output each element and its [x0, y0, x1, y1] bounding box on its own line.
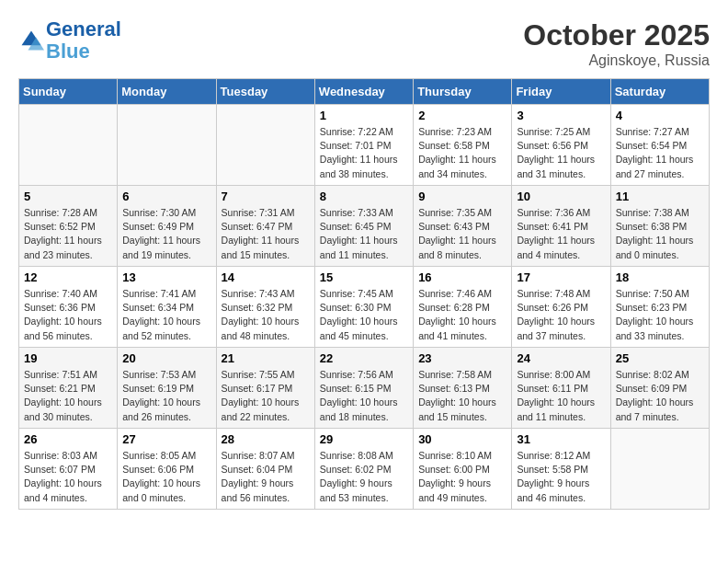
day-info: Sunrise: 8:00 AM Sunset: 6:11 PM Dayligh…	[517, 368, 605, 424]
day-info: Sunrise: 7:36 AM Sunset: 6:41 PM Dayligh…	[517, 206, 605, 262]
day-number: 23	[418, 351, 506, 365]
day-info: Sunrise: 7:28 AM Sunset: 6:52 PM Dayligh…	[24, 206, 112, 262]
calendar-cell: 13Sunrise: 7:41 AM Sunset: 6:34 PM Dayli…	[118, 267, 216, 348]
day-number: 29	[320, 432, 408, 446]
day-info: Sunrise: 8:10 AM Sunset: 6:00 PM Dayligh…	[418, 449, 506, 505]
calendar-cell: 21Sunrise: 7:55 AM Sunset: 6:17 PM Dayli…	[216, 348, 314, 429]
calendar-cell: 23Sunrise: 7:58 AM Sunset: 6:13 PM Dayli…	[414, 348, 512, 429]
calendar-cell: 17Sunrise: 7:48 AM Sunset: 6:26 PM Dayli…	[512, 267, 610, 348]
day-info: Sunrise: 7:27 AM Sunset: 6:54 PM Dayligh…	[616, 125, 704, 181]
day-number: 30	[418, 432, 506, 446]
day-number: 9	[418, 190, 506, 203]
weekday-header-saturday: Saturday	[610, 79, 709, 105]
day-number: 7	[222, 190, 310, 203]
weekday-header-thursday: Thursday	[414, 79, 512, 105]
calendar-cell	[216, 105, 314, 186]
day-number: 15	[320, 270, 408, 284]
day-number: 19	[24, 351, 112, 365]
week-row-2: 5Sunrise: 7:28 AM Sunset: 6:52 PM Daylig…	[19, 186, 710, 267]
weekday-header-row: SundayMondayTuesdayWednesdayThursdayFrid…	[19, 79, 710, 105]
day-number: 31	[517, 432, 605, 446]
day-number: 1	[320, 109, 408, 122]
day-info: Sunrise: 7:30 AM Sunset: 6:49 PM Dayligh…	[122, 206, 210, 262]
calendar-cell: 6Sunrise: 7:30 AM Sunset: 6:49 PM Daylig…	[118, 186, 216, 267]
calendar-cell	[19, 105, 118, 186]
day-info: Sunrise: 7:41 AM Sunset: 6:34 PM Dayligh…	[122, 287, 210, 343]
day-info: Sunrise: 7:53 AM Sunset: 6:19 PM Dayligh…	[122, 368, 210, 424]
calendar-cell: 2Sunrise: 7:23 AM Sunset: 6:58 PM Daylig…	[414, 105, 512, 186]
weekday-header-friday: Friday	[512, 79, 610, 105]
day-number: 28	[222, 432, 310, 446]
day-number: 4	[616, 109, 704, 122]
day-number: 26	[24, 432, 112, 446]
day-info: Sunrise: 8:12 AM Sunset: 5:58 PM Dayligh…	[517, 449, 605, 505]
day-info: Sunrise: 8:07 AM Sunset: 6:04 PM Dayligh…	[222, 449, 310, 505]
calendar-cell	[118, 105, 216, 186]
day-info: Sunrise: 8:02 AM Sunset: 6:09 PM Dayligh…	[616, 368, 704, 424]
calendar-cell: 7Sunrise: 7:31 AM Sunset: 6:47 PM Daylig…	[216, 186, 314, 267]
day-info: Sunrise: 7:22 AM Sunset: 7:01 PM Dayligh…	[320, 125, 408, 181]
day-number: 18	[616, 270, 704, 284]
calendar-cell: 8Sunrise: 7:33 AM Sunset: 6:45 PM Daylig…	[314, 186, 413, 267]
calendar-cell: 24Sunrise: 8:00 AM Sunset: 6:11 PM Dayli…	[512, 348, 610, 429]
day-info: Sunrise: 7:33 AM Sunset: 6:45 PM Dayligh…	[320, 206, 408, 262]
day-info: Sunrise: 7:50 AM Sunset: 6:23 PM Dayligh…	[616, 287, 704, 343]
month-title: October 2025	[523, 18, 710, 52]
calendar-cell: 19Sunrise: 7:51 AM Sunset: 6:21 PM Dayli…	[19, 348, 118, 429]
calendar-cell: 4Sunrise: 7:27 AM Sunset: 6:54 PM Daylig…	[610, 105, 709, 186]
calendar-cell: 22Sunrise: 7:56 AM Sunset: 6:15 PM Dayli…	[314, 348, 413, 429]
day-info: Sunrise: 8:03 AM Sunset: 6:07 PM Dayligh…	[24, 449, 112, 505]
calendar-cell: 31Sunrise: 8:12 AM Sunset: 5:58 PM Dayli…	[512, 429, 610, 510]
day-info: Sunrise: 7:31 AM Sunset: 6:47 PM Dayligh…	[222, 206, 310, 262]
calendar-cell: 28Sunrise: 8:07 AM Sunset: 6:04 PM Dayli…	[216, 429, 314, 510]
calendar-cell: 14Sunrise: 7:43 AM Sunset: 6:32 PM Dayli…	[216, 267, 314, 348]
calendar-cell: 1Sunrise: 7:22 AM Sunset: 7:01 PM Daylig…	[314, 105, 413, 186]
day-info: Sunrise: 7:38 AM Sunset: 6:38 PM Dayligh…	[616, 206, 704, 262]
page-header: General Blue October 2025 Aginskoye, Rus…	[18, 18, 710, 69]
day-number: 13	[122, 270, 210, 284]
day-info: Sunrise: 7:55 AM Sunset: 6:17 PM Dayligh…	[222, 368, 310, 424]
day-number: 17	[517, 270, 605, 284]
day-info: Sunrise: 8:05 AM Sunset: 6:06 PM Dayligh…	[122, 449, 210, 505]
calendar-cell: 26Sunrise: 8:03 AM Sunset: 6:07 PM Dayli…	[19, 429, 118, 510]
day-number: 21	[222, 351, 310, 365]
calendar-cell: 15Sunrise: 7:45 AM Sunset: 6:30 PM Dayli…	[314, 267, 413, 348]
logo: General Blue	[18, 18, 121, 63]
weekday-header-tuesday: Tuesday	[216, 79, 314, 105]
calendar-cell: 3Sunrise: 7:25 AM Sunset: 6:56 PM Daylig…	[512, 105, 610, 186]
calendar-table: SundayMondayTuesdayWednesdayThursdayFrid…	[18, 78, 710, 510]
day-number: 14	[222, 270, 310, 284]
calendar-cell: 25Sunrise: 8:02 AM Sunset: 6:09 PM Dayli…	[610, 348, 709, 429]
day-info: Sunrise: 7:40 AM Sunset: 6:36 PM Dayligh…	[24, 287, 112, 343]
day-number: 24	[517, 351, 605, 365]
day-info: Sunrise: 8:08 AM Sunset: 6:02 PM Dayligh…	[320, 449, 408, 505]
day-info: Sunrise: 7:56 AM Sunset: 6:15 PM Dayligh…	[320, 368, 408, 424]
week-row-4: 19Sunrise: 7:51 AM Sunset: 6:21 PM Dayli…	[19, 348, 710, 429]
calendar-cell: 10Sunrise: 7:36 AM Sunset: 6:41 PM Dayli…	[512, 186, 610, 267]
calendar-cell: 5Sunrise: 7:28 AM Sunset: 6:52 PM Daylig…	[19, 186, 118, 267]
day-number: 2	[418, 109, 506, 122]
day-info: Sunrise: 7:25 AM Sunset: 6:56 PM Dayligh…	[517, 125, 605, 181]
day-info: Sunrise: 7:23 AM Sunset: 6:58 PM Dayligh…	[418, 125, 506, 181]
logo-icon	[18, 28, 44, 53]
calendar-cell: 30Sunrise: 8:10 AM Sunset: 6:00 PM Dayli…	[414, 429, 512, 510]
calendar-cell: 18Sunrise: 7:50 AM Sunset: 6:23 PM Dayli…	[610, 267, 709, 348]
calendar-cell	[610, 429, 709, 510]
calendar-cell: 9Sunrise: 7:35 AM Sunset: 6:43 PM Daylig…	[414, 186, 512, 267]
day-number: 5	[24, 190, 112, 203]
calendar-cell: 29Sunrise: 8:08 AM Sunset: 6:02 PM Dayli…	[314, 429, 413, 510]
day-number: 11	[616, 190, 704, 203]
day-number: 27	[122, 432, 210, 446]
weekday-header-sunday: Sunday	[19, 79, 118, 105]
weekday-header-monday: Monday	[118, 79, 216, 105]
calendar-cell: 27Sunrise: 8:05 AM Sunset: 6:06 PM Dayli…	[118, 429, 216, 510]
day-info: Sunrise: 7:45 AM Sunset: 6:30 PM Dayligh…	[320, 287, 408, 343]
day-info: Sunrise: 7:58 AM Sunset: 6:13 PM Dayligh…	[418, 368, 506, 424]
day-number: 25	[616, 351, 704, 365]
calendar-cell: 11Sunrise: 7:38 AM Sunset: 6:38 PM Dayli…	[610, 186, 709, 267]
day-info: Sunrise: 7:48 AM Sunset: 6:26 PM Dayligh…	[517, 287, 605, 343]
day-number: 22	[320, 351, 408, 365]
day-number: 10	[517, 190, 605, 203]
day-info: Sunrise: 7:51 AM Sunset: 6:21 PM Dayligh…	[24, 368, 112, 424]
day-number: 16	[418, 270, 506, 284]
